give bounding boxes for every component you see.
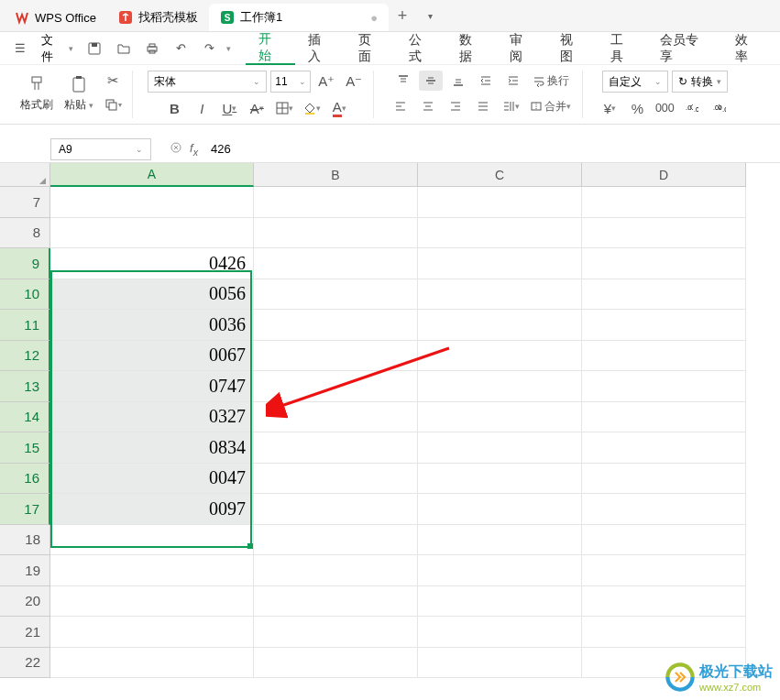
- redo-icon[interactable]: ↷: [197, 36, 222, 61]
- cell[interactable]: [418, 371, 582, 402]
- cell[interactable]: [254, 402, 418, 433]
- cell[interactable]: [582, 464, 746, 495]
- cell[interactable]: 0327: [50, 402, 254, 433]
- comma-icon[interactable]: 000: [653, 98, 676, 118]
- strike-icon[interactable]: A ▾: [245, 98, 269, 118]
- tab-list-button[interactable]: ▾: [416, 11, 444, 21]
- row-header[interactable]: 14: [0, 402, 50, 433]
- cell[interactable]: [50, 525, 254, 556]
- cell[interactable]: [418, 310, 582, 341]
- cell[interactable]: [254, 218, 418, 249]
- tab-tools[interactable]: 工具: [598, 32, 648, 65]
- cell[interactable]: 0047: [50, 464, 254, 495]
- row-header[interactable]: 16: [0, 464, 50, 495]
- cell[interactable]: 0747: [50, 371, 254, 402]
- align-left-icon[interactable]: [389, 96, 412, 116]
- font-decrease-icon[interactable]: A⁻: [342, 71, 366, 92]
- cell[interactable]: [418, 617, 582, 648]
- cell[interactable]: [50, 586, 254, 618]
- cell[interactable]: [418, 187, 582, 218]
- cell[interactable]: [582, 617, 746, 648]
- cell[interactable]: [254, 248, 418, 279]
- cell[interactable]: [254, 648, 418, 679]
- cell[interactable]: [254, 341, 418, 372]
- cell[interactable]: [582, 494, 746, 525]
- fx-icon[interactable]: fx: [190, 141, 198, 158]
- row-header[interactable]: 18: [0, 525, 50, 556]
- cell[interactable]: [582, 248, 746, 279]
- font-select[interactable]: 宋体⌄: [148, 71, 267, 93]
- cell[interactable]: [418, 555, 582, 586]
- print-icon[interactable]: [139, 36, 164, 61]
- cell[interactable]: [418, 218, 582, 249]
- cell[interactable]: [418, 648, 582, 679]
- cell[interactable]: [418, 341, 582, 372]
- cell[interactable]: [254, 525, 418, 556]
- col-header-b[interactable]: B: [254, 163, 418, 187]
- tab-start[interactable]: 开始: [246, 32, 296, 65]
- row-header[interactable]: 17: [0, 494, 50, 525]
- cell[interactable]: 0097: [50, 494, 254, 525]
- decimal-inc-icon[interactable]: .00.0: [708, 98, 731, 118]
- cell[interactable]: [418, 248, 582, 279]
- formula-input[interactable]: [205, 142, 780, 156]
- row-header[interactable]: 8: [0, 218, 50, 249]
- cell[interactable]: [582, 218, 746, 249]
- wrap-button[interactable]: 换行: [529, 71, 573, 91]
- cell[interactable]: [582, 586, 746, 618]
- align-center-icon[interactable]: [416, 96, 440, 116]
- font-color-icon[interactable]: A ▾: [327, 98, 351, 118]
- cell[interactable]: [418, 525, 582, 556]
- cell[interactable]: [582, 402, 746, 433]
- row-header[interactable]: 11: [0, 310, 50, 341]
- cancel-formula-icon[interactable]: [170, 141, 182, 157]
- cut-icon[interactable]: ✂: [101, 71, 125, 91]
- cell[interactable]: [50, 187, 254, 218]
- cell[interactable]: [50, 218, 254, 249]
- cell[interactable]: [254, 617, 418, 648]
- row-header[interactable]: 15: [0, 432, 50, 464]
- cell[interactable]: [418, 494, 582, 525]
- folder-icon[interactable]: [111, 36, 136, 61]
- file-menu[interactable]: 文件▾: [36, 32, 78, 65]
- app-tab-docer[interactable]: 找稻壳模板: [107, 4, 209, 31]
- tab-data[interactable]: 数据: [446, 32, 497, 65]
- number-format-select[interactable]: 自定义⌄: [602, 71, 668, 93]
- indent-increase-icon[interactable]: [501, 71, 525, 91]
- cell[interactable]: [254, 371, 418, 402]
- cell[interactable]: [254, 187, 418, 218]
- tab-formula[interactable]: 公式: [396, 32, 446, 65]
- fill-color-icon[interactable]: ▾: [300, 98, 324, 118]
- row-header[interactable]: 21: [0, 617, 50, 648]
- italic-icon[interactable]: I: [190, 98, 214, 118]
- cell[interactable]: [254, 432, 418, 464]
- tab-view[interactable]: 视图: [547, 32, 598, 65]
- cell[interactable]: [418, 402, 582, 433]
- col-header-c[interactable]: C: [418, 163, 582, 187]
- decimal-dec-icon[interactable]: .0.00: [680, 98, 704, 118]
- tab-vip[interactable]: 会员专享: [647, 32, 722, 65]
- row-header[interactable]: 9: [0, 248, 50, 279]
- app-tab-wps[interactable]: WPS Office: [4, 4, 107, 31]
- col-header-a[interactable]: A: [50, 163, 254, 187]
- cell[interactable]: [254, 555, 418, 586]
- indent-decrease-icon[interactable]: [474, 71, 498, 91]
- row-header[interactable]: 22: [0, 648, 50, 679]
- cell[interactable]: [582, 525, 746, 556]
- font-increase-icon[interactable]: A⁺: [314, 71, 338, 92]
- cell[interactable]: [582, 432, 746, 464]
- hamburger-icon[interactable]: ☰: [7, 36, 32, 61]
- cell[interactable]: [418, 464, 582, 495]
- cell[interactable]: 0834: [50, 432, 254, 464]
- cell[interactable]: [50, 555, 254, 586]
- cell[interactable]: 0067: [50, 341, 254, 372]
- row-header[interactable]: 20: [0, 586, 50, 618]
- orientation-icon[interactable]: ▾: [499, 96, 522, 116]
- border-icon[interactable]: ▾: [272, 98, 296, 118]
- paste-button[interactable]: 粘贴 ▾: [60, 71, 97, 115]
- save-icon[interactable]: [82, 36, 107, 61]
- cell[interactable]: [582, 555, 746, 586]
- row-header[interactable]: 19: [0, 555, 50, 586]
- align-bottom-icon[interactable]: [446, 71, 470, 91]
- cell[interactable]: [254, 494, 418, 525]
